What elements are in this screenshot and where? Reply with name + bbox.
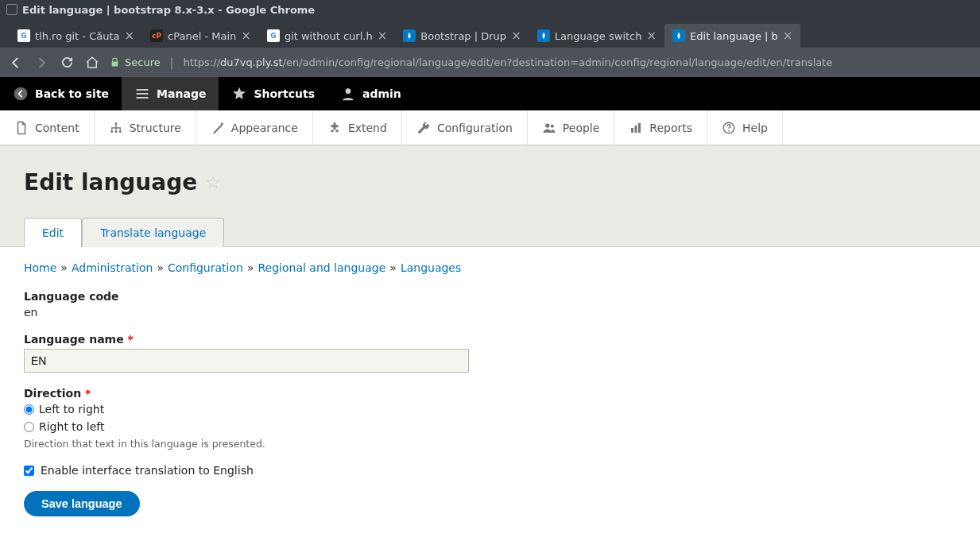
star-icon: [231, 86, 247, 102]
breadcrumb-link[interactable]: Configuration: [168, 261, 243, 274]
direction-radio-ltr[interactable]: [24, 404, 34, 415]
page-title: Edit language: [24, 169, 197, 195]
admin-menu-people[interactable]: People: [528, 110, 615, 145]
browser-tab[interactable]: Ggit without curl.h×: [259, 24, 395, 48]
browser-tab[interactable]: Bootstrap | Drup×: [395, 24, 529, 48]
breadcrumb-link[interactable]: Home: [24, 261, 56, 274]
direction-radio-rtl[interactable]: [24, 422, 34, 432]
admin-menu-label: People: [563, 122, 600, 134]
tab-close-icon[interactable]: ×: [511, 29, 521, 43]
breadcrumb-separator: »: [157, 261, 164, 274]
breadcrumb-link[interactable]: Regional and language: [258, 261, 385, 274]
hamburger-icon: [134, 86, 150, 102]
admin-menu: ContentStructureAppearanceExtendConfigur…: [0, 110, 980, 145]
breadcrumb-separator: »: [60, 261, 68, 274]
form-item-language-name: Language name *: [24, 333, 956, 373]
tab-favicon: G: [17, 29, 30, 42]
url-separator: |: [170, 56, 174, 69]
language-code-value: en: [24, 306, 956, 319]
language-name-input[interactable]: [24, 349, 469, 373]
admin-menu-extend[interactable]: Extend: [313, 110, 402, 145]
svg-point-3: [110, 130, 113, 133]
toolbar-manage-label: Manage: [157, 87, 206, 100]
primary-tab[interactable]: Translate language: [82, 218, 224, 247]
breadcrumb-link[interactable]: Administration: [72, 261, 153, 274]
tab-favicon: cP: [150, 29, 163, 42]
svg-rect-11: [638, 123, 641, 133]
admin-menu-structure[interactable]: Structure: [95, 110, 196, 145]
tab-title: Edit language | b: [690, 30, 778, 42]
admin-menu-label: Configuration: [437, 122, 513, 134]
browser-tab[interactable]: Edit language | b×: [664, 24, 800, 48]
form-item-language-code: Language code en: [24, 290, 956, 319]
toolbar-back-to-site[interactable]: Back to site: [0, 77, 122, 110]
toolbar-manage[interactable]: Manage: [122, 77, 219, 110]
svg-point-0: [14, 87, 28, 101]
enable-translation-checkbox[interactable]: [24, 466, 34, 476]
direction-radio-ltr-label: Left to right: [39, 403, 104, 416]
breadcrumb-separator: »: [389, 261, 397, 274]
tab-favicon: [537, 29, 550, 42]
secure-label: Secure: [125, 56, 161, 68]
tab-close-icon[interactable]: ×: [241, 29, 251, 43]
tab-close-icon[interactable]: ×: [378, 29, 388, 43]
form-item-direction: Direction * Left to right Right to left …: [24, 387, 956, 450]
direction-option-1[interactable]: Right to left: [24, 420, 956, 433]
save-language-button[interactable]: Save language: [24, 491, 140, 516]
tab-close-icon[interactable]: ×: [647, 29, 657, 43]
admin-menu-appearance[interactable]: Appearance: [196, 110, 313, 145]
window-title: Edit language | bootstrap 8.x-3.x - Goog…: [22, 4, 315, 16]
toolbar-shortcuts-label: Shortcuts: [254, 87, 315, 100]
svg-point-7: [545, 123, 549, 127]
enable-translation-row[interactable]: Enable interface translation to English: [24, 464, 956, 477]
admin-menu-label: Help: [742, 122, 768, 134]
tab-close-icon[interactable]: ×: [783, 29, 793, 43]
favorite-star-icon[interactable]: ☆: [205, 172, 221, 192]
direction-radio-rtl-label: Right to left: [39, 420, 105, 433]
breadcrumb-link[interactable]: Languages: [401, 261, 461, 274]
tab-title: Bootstrap | Drup: [420, 30, 506, 42]
browser-addressbar: Secure | https://du7vq.ply.st/en/admin/c…: [0, 48, 980, 77]
admin-menu-label: Structure: [130, 122, 181, 134]
tab-title: git without curl.h: [285, 30, 373, 42]
nav-home-button[interactable]: [84, 55, 100, 71]
svg-point-4: [114, 130, 117, 133]
admin-menu-help[interactable]: Help: [707, 110, 783, 145]
tab-favicon: [403, 29, 416, 42]
toolbar-shortcuts[interactable]: Shortcuts: [219, 77, 327, 110]
admin-menu-content[interactable]: Content: [0, 110, 95, 145]
nav-forward-button[interactable]: [33, 55, 49, 71]
help-icon: [722, 121, 736, 135]
people-icon: [542, 121, 556, 135]
nav-reload-button[interactable]: [59, 55, 75, 71]
content-region: Home»Administration»Configuration»Region…: [0, 247, 980, 545]
admin-toolbar: Back to site Manage Shortcuts admin: [0, 77, 980, 110]
admin-menu-label: Extend: [348, 122, 387, 134]
language-name-label: Language name *: [24, 333, 956, 346]
primary-tab[interactable]: Edit: [24, 218, 82, 247]
tab-close-icon[interactable]: ×: [125, 29, 135, 43]
browser-tab[interactable]: cPcPanel - Main×: [142, 24, 259, 48]
browser-tabstrip: Gtlh.ro git - Căuta×cPcPanel - Main×Ggit…: [0, 19, 980, 48]
tab-title: cPanel - Main: [168, 30, 236, 42]
admin-menu-reports[interactable]: Reports: [614, 110, 707, 145]
browser-tab[interactable]: Language switch×: [529, 24, 664, 48]
toolbar-user-label: admin: [362, 87, 401, 100]
direction-option-0[interactable]: Left to right: [24, 403, 956, 416]
tab-title: tlh.ro git - Căuta: [35, 30, 120, 42]
wrench-icon: [416, 121, 431, 135]
svg-point-1: [346, 88, 351, 94]
tab-title: Language switch: [555, 30, 642, 42]
toolbar-user[interactable]: admin: [327, 77, 414, 110]
svg-rect-10: [635, 126, 637, 133]
nav-back-button[interactable]: [8, 55, 24, 71]
browser-tab[interactable]: Gtlh.ro git - Căuta×: [10, 24, 142, 48]
url-display[interactable]: https://du7vq.ply.st/en/admin/config/reg…: [183, 56, 832, 68]
page-header: Edit language ☆ EditTranslate language: [0, 145, 980, 247]
tab-favicon: [672, 29, 685, 42]
admin-menu-label: Appearance: [231, 122, 298, 134]
admin-menu-configuration[interactable]: Configuration: [402, 110, 528, 145]
admin-menu-label: Content: [35, 122, 79, 134]
extend-icon: [327, 121, 342, 135]
lock-icon: [110, 57, 120, 68]
